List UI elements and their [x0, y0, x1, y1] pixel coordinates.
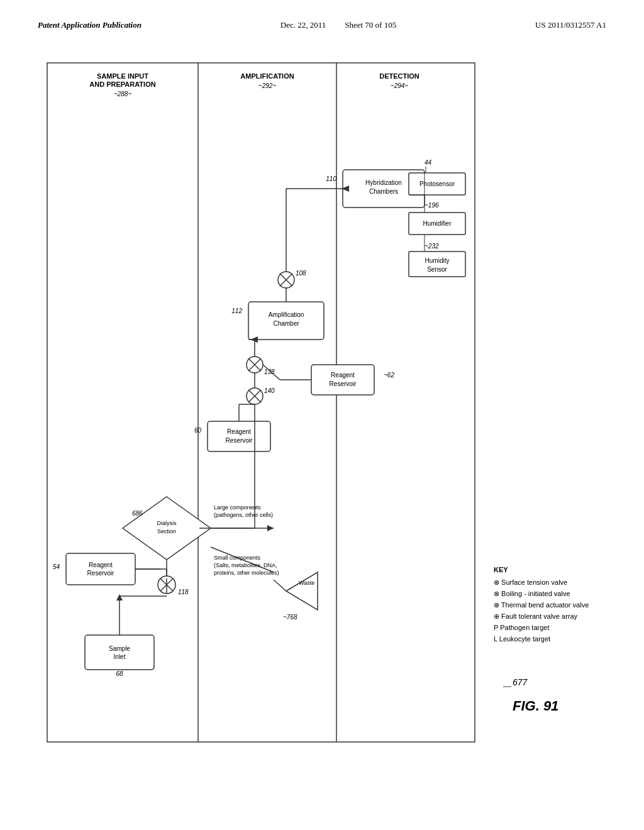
- svg-text:Large components: Large components: [214, 504, 261, 511]
- svg-text:112: 112: [231, 307, 242, 314]
- svg-text:Hybridization: Hybridization: [365, 179, 402, 186]
- svg-text:Reservoir: Reservoir: [330, 380, 357, 387]
- svg-text:Inlet: Inlet: [114, 653, 126, 660]
- svg-text:⊕ Fault tolerant valve array: ⊕ Fault tolerant valve array: [494, 612, 578, 620]
- svg-text:Sensor: Sensor: [427, 266, 447, 273]
- svg-text:L  Leukocyte target: L Leukocyte target: [494, 635, 550, 643]
- svg-text:Humidifier: Humidifier: [423, 220, 452, 227]
- figure-label: FIG. 91: [513, 698, 558, 714]
- svg-text:(Salts, metabolites, DNA,: (Salts, metabolites, DNA,: [214, 562, 277, 568]
- svg-text:Reservoir: Reservoir: [87, 570, 114, 577]
- header-sheet: Sheet 70 of 105: [345, 20, 396, 30]
- svg-text:Reagent: Reagent: [227, 428, 251, 435]
- svg-text:Humidity: Humidity: [425, 257, 450, 264]
- svg-rect-13: [66, 553, 135, 585]
- svg-text:(pathogens, other cells): (pathogens, other cells): [214, 512, 273, 518]
- section-label-amplification: AMPLIFICATION: [240, 72, 294, 80]
- header-patent: US 2011/0312557 A1: [535, 20, 606, 30]
- svg-rect-94: [409, 252, 465, 277]
- svg-text:proteins, other molecules): proteins, other molecules): [214, 570, 279, 576]
- svg-text:Section: Section: [157, 528, 176, 534]
- svg-text:~62: ~62: [384, 372, 394, 379]
- svg-text:~196: ~196: [425, 202, 439, 209]
- svg-text:⊗ Surface tension valve: ⊗ Surface tension valve: [494, 578, 567, 586]
- svg-text:Reservoir: Reservoir: [226, 437, 253, 444]
- svg-rect-7: [85, 635, 154, 670]
- svg-text:⊗ Thermal bend actuator valve: ⊗ Thermal bend actuator valve: [494, 601, 589, 609]
- key-title: KEY: [494, 566, 508, 573]
- section-label-sample: SAMPLE INPUT: [97, 72, 148, 80]
- svg-text:~288~: ~288~: [114, 91, 132, 97]
- svg-text:44: 44: [425, 159, 432, 166]
- svg-rect-68: [311, 365, 374, 395]
- svg-text:140: 140: [264, 387, 275, 394]
- svg-text:108: 108: [296, 270, 306, 277]
- svg-text:60: 60: [194, 427, 202, 434]
- header-publication: Patent Application Publication: [38, 20, 142, 30]
- svg-rect-43: [208, 421, 270, 451]
- figure-ref-number: 677: [513, 677, 528, 687]
- header: Patent Application Publication Dec. 22, …: [38, 20, 606, 30]
- svg-text:Small components: Small components: [214, 555, 261, 561]
- svg-text:AND PREPARATION: AND PREPARATION: [89, 80, 155, 88]
- svg-text:54: 54: [53, 563, 60, 570]
- section-label-detection: DETECTION: [379, 72, 419, 80]
- svg-text:Chamber: Chamber: [273, 320, 299, 327]
- page: Patent Application Publication Dec. 22, …: [0, 0, 644, 830]
- header-date: Dec. 22, 2011: [280, 20, 326, 30]
- svg-text:Reagent: Reagent: [89, 562, 113, 568]
- svg-text:Dialysis: Dialysis: [157, 520, 177, 526]
- svg-text:⊗ Boiling - initiated valve: ⊗ Boiling - initiated valve: [494, 590, 570, 597]
- svg-text:Waste: Waste: [299, 580, 314, 586]
- header-center: Dec. 22, 2011 Sheet 70 of 105: [280, 20, 396, 30]
- svg-text:110: 110: [326, 175, 336, 182]
- svg-text:Amplification: Amplification: [269, 311, 304, 318]
- svg-text:~232: ~232: [425, 243, 439, 250]
- svg-text:68: 68: [116, 670, 123, 677]
- svg-text:~292~: ~292~: [258, 82, 277, 89]
- main-diagram: SAMPLE INPUT AND PREPARATION ~288~ AMPLI…: [35, 57, 613, 767]
- svg-text:~294~: ~294~: [391, 82, 409, 89]
- svg-text:Sample: Sample: [109, 645, 130, 652]
- svg-text:~768: ~768: [283, 614, 297, 621]
- svg-text:P  Pathogen target: P Pathogen target: [494, 624, 549, 631]
- svg-text:686: 686: [132, 510, 143, 517]
- svg-text:118: 118: [178, 589, 189, 595]
- svg-text:Chambers: Chambers: [369, 188, 398, 195]
- svg-text:Reagent: Reagent: [331, 372, 355, 379]
